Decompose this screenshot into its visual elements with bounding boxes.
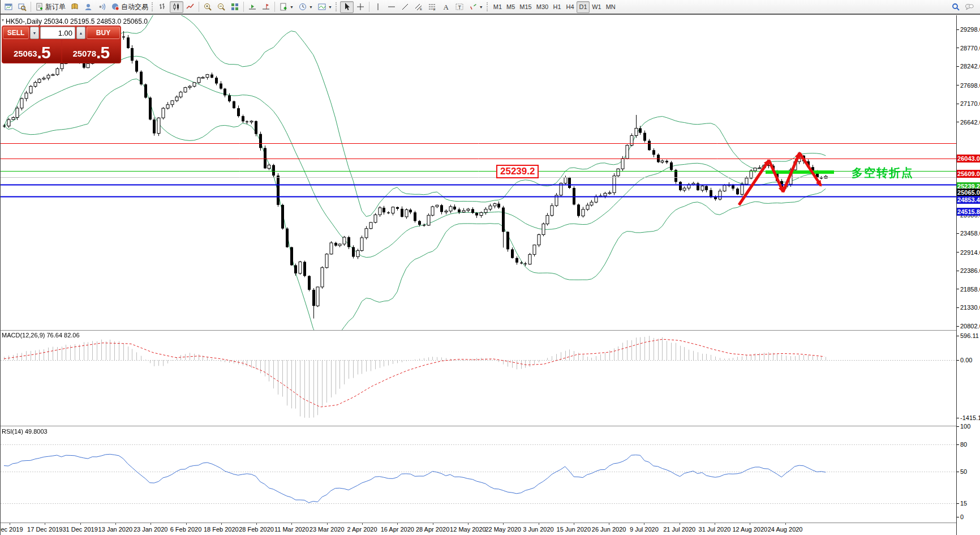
date-label: 31 Dec 2019: [62, 526, 97, 533]
toolbar-button-autoscroll[interactable]: [246, 1, 259, 13]
date-tick: [362, 523, 363, 525]
red-zigzag-arrows[interactable]: [728, 142, 832, 212]
signals-icon: [97, 2, 106, 11]
timeframe-h1[interactable]: H1: [551, 1, 564, 13]
price-level-badge: 25609.0: [957, 170, 980, 178]
toolbar-button-template[interactable]: ▼: [277, 1, 296, 13]
chat-icon: [965, 2, 974, 11]
timeframe-mn[interactable]: MN: [604, 1, 618, 13]
timeframe-d1[interactable]: D1: [577, 1, 590, 13]
timeframe-w1[interactable]: W1: [590, 1, 604, 13]
profiles-icon: [18, 2, 27, 11]
bars-icon: [158, 2, 167, 11]
svg-text:F: F: [433, 8, 436, 11]
toolbar-button-hline[interactable]: [385, 1, 398, 13]
timeframe-m15[interactable]: M15: [517, 1, 534, 13]
date-tick: [503, 523, 504, 525]
date-tick: [680, 523, 680, 525]
volume-down-button[interactable]: ▼: [30, 27, 39, 39]
volume-up-button[interactable]: ▲: [76, 27, 85, 39]
toolbar-button-vline[interactable]: [371, 1, 385, 13]
toolbar-separator: [199, 2, 199, 12]
chevron-down-icon: ▼: [290, 5, 294, 9]
toolbar-button-indicators[interactable]: ▼: [315, 1, 334, 13]
toolbar-button-history[interactable]: [68, 1, 81, 13]
one-click-trading-panel: SELL ▼ ▲ BUY 25063.5 25078.5: [2, 25, 121, 63]
buy-button[interactable]: BUY: [87, 27, 120, 39]
chart-symbol-period: HK50-,Daily: [6, 18, 42, 25]
new-order-icon: [35, 2, 44, 11]
search-icon: [951, 2, 960, 11]
toolbar-button-channel[interactable]: E: [412, 1, 425, 13]
toolbar-separator: [274, 2, 275, 12]
toolbar-button-signals[interactable]: [95, 1, 109, 13]
date-label: 22 May 2020: [485, 526, 521, 533]
toolbar-button-zoom-in[interactable]: [201, 1, 214, 13]
toolbar-button-arrows[interactable]: ▼: [466, 1, 485, 13]
date-tick: [115, 523, 116, 525]
timeframe-m1[interactable]: M1: [491, 1, 504, 13]
autotrading-icon: [111, 2, 120, 11]
panel-divider-macd[interactable]: [1, 330, 956, 331]
axis-tick: 100: [957, 422, 970, 430]
toolbar-button-zoom-out[interactable]: [214, 1, 228, 13]
timeframe-m5[interactable]: M5: [504, 1, 517, 13]
toolbar-grip[interactable]: [336, 2, 338, 11]
date-tick: [291, 523, 292, 525]
toolbar-button-text[interactable]: A: [439, 1, 453, 13]
date-label: 11 Mar 2020: [274, 526, 309, 533]
toolbar-button-chart-shift[interactable]: [259, 1, 273, 13]
toolbar-button-profiles[interactable]: [15, 1, 29, 13]
toolbar-grip[interactable]: [487, 2, 489, 11]
date-label: 23 Jan 2020: [134, 526, 168, 533]
axis-tick: 22386.0: [957, 267, 980, 275]
toolbar-separator: [243, 2, 244, 12]
axis-tick: 21858.0: [957, 285, 980, 293]
toolbar-grip[interactable]: [152, 2, 154, 11]
toolbar-button-fibo[interactable]: F: [425, 1, 439, 13]
line-icon: [186, 2, 195, 11]
hline-icon: [387, 2, 396, 11]
date-label: 28 Feb 2020: [239, 526, 274, 533]
rsi-indicator-label: RSI(14) 49.8003: [2, 428, 48, 435]
toolbar-button-search[interactable]: [949, 1, 962, 13]
panel-divider-rsi[interactable]: [1, 426, 956, 427]
sell-price[interactable]: 25063.5: [3, 40, 61, 62]
toolbar-button-chat[interactable]: [962, 1, 976, 13]
timeframe-h4[interactable]: H4: [564, 1, 577, 13]
axis-tick: 28770.0: [957, 44, 980, 52]
sell-button[interactable]: SELL: [3, 27, 29, 39]
chevron-down-icon: ▼: [479, 5, 483, 9]
toolbar-button-candles[interactable]: [170, 1, 183, 13]
timeframe-m30[interactable]: M30: [534, 1, 551, 13]
volume-input[interactable]: [40, 27, 75, 39]
annotation-text[interactable]: 多空转折点: [852, 165, 914, 181]
toolbar-button-autotrading[interactable]: 自动交易: [109, 1, 151, 13]
chart-canvas[interactable]: [1, 15, 956, 523]
price-level-callout[interactable]: 25239.2: [496, 165, 539, 178]
toolbar-button-community[interactable]: [81, 1, 95, 13]
toolbar-button-crosshair[interactable]: [354, 1, 367, 13]
toolbar-button-trendline[interactable]: [398, 1, 412, 13]
toolbar-button-line[interactable]: [183, 1, 197, 13]
buy-price[interactable]: 25078.5: [62, 40, 121, 62]
toolbar-button-label[interactable]: T: [453, 1, 466, 13]
cursor-icon: [342, 2, 351, 11]
template-icon: [279, 2, 288, 11]
fibo-icon: F: [428, 2, 437, 11]
toolbar-button-cursor[interactable]: [340, 1, 354, 13]
sell-price-main: 25063: [14, 46, 37, 61]
toolbar-button-new-order[interactable]: 新订单: [33, 1, 68, 13]
toolbar-button-new-chart[interactable]: [2, 1, 15, 13]
date-tick: [574, 523, 574, 525]
oneclick-collapse-icon[interactable]: ▾: [2, 18, 4, 23]
date-tick: [785, 523, 786, 525]
axis-tick: 596.11: [957, 332, 979, 340]
date-axis[interactable]: Dec 201917 Dec 201931 Dec 201913 Jan 202…: [1, 523, 956, 535]
toolbar-button-tile[interactable]: [228, 1, 242, 13]
price-axis[interactable]: 29298.028770.028242.027698.027170.026642…: [956, 15, 980, 535]
toolbar-button-period[interactable]: ▼: [296, 1, 315, 13]
axis-tick: 28242.0: [957, 62, 980, 70]
axis-tick: -1415.19: [957, 414, 980, 422]
toolbar-button-bars[interactable]: [156, 1, 170, 13]
